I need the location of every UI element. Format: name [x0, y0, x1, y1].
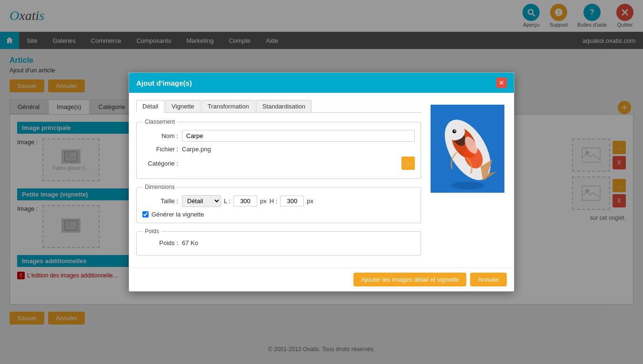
- h-input[interactable]: [280, 196, 304, 207]
- vignette-checkbox[interactable]: [142, 211, 149, 217]
- modal-image-preview: [428, 100, 507, 260]
- modal: Ajout d'image(s) ✕ Détail Vignette Trans…: [129, 72, 514, 292]
- taille-select[interactable]: Détail Vignette Custom: [182, 195, 221, 207]
- dimensions-legend: Dimensions: [142, 184, 177, 190]
- modal-tabs: Détail Vignette Transformation Standardi…: [136, 100, 421, 113]
- svg-point-22: [451, 182, 484, 189]
- modal-tab-transformation[interactable]: Transformation: [201, 100, 255, 112]
- vignette-checkbox-label: Générer la vignette: [151, 211, 204, 218]
- poids-label: Poids :: [142, 239, 178, 246]
- svg-point-21: [454, 130, 456, 132]
- fichier-row: Fichier : Carpe.png: [142, 146, 415, 153]
- modal-title: Ajout d'image(s): [136, 79, 192, 87]
- modal-tab-detail[interactable]: Détail: [136, 100, 164, 113]
- px-label-l: px: [260, 197, 267, 205]
- modal-footer: Ajouter les images détail et vignette An…: [129, 267, 514, 291]
- poids-row: Poids : 67 Ko: [142, 239, 415, 246]
- modal-tab-vignette[interactable]: Vignette: [165, 100, 200, 112]
- taille-label: Taille :: [142, 197, 178, 205]
- categorie-row: Catégorie : ...: [142, 157, 415, 170]
- l-label: L :: [224, 197, 231, 205]
- nom-input[interactable]: [182, 130, 415, 142]
- dimensions-fieldset: Dimensions Taille : Détail Vignette Cust…: [136, 184, 421, 223]
- poids-value: 67 Ko: [182, 239, 198, 246]
- modal-header: Ajout d'image(s) ✕: [129, 73, 514, 93]
- l-input[interactable]: [233, 196, 257, 207]
- modal-tab-standardisation[interactable]: Standardisation: [256, 100, 311, 112]
- fichier-label: Fichier :: [142, 146, 178, 153]
- h-label: H :: [270, 197, 278, 205]
- vignette-checkbox-row: Générer la vignette: [142, 211, 415, 218]
- nom-label: Nom :: [142, 132, 178, 139]
- modal-overlay: Ajout d'image(s) ✕ Détail Vignette Trans…: [0, 0, 643, 360]
- taille-row: Taille : Détail Vignette Custom L : px H…: [142, 195, 415, 207]
- poids-legend: Poids: [142, 228, 161, 235]
- modal-close-button[interactable]: ✕: [496, 78, 507, 88]
- poids-fieldset: Poids Poids : 67 Ko: [136, 228, 421, 256]
- px-label-h: px: [307, 197, 313, 205]
- dim-controls: Détail Vignette Custom L : px H : px: [182, 195, 313, 207]
- categorie-browse-button[interactable]: ...: [402, 157, 415, 170]
- modal-body: Détail Vignette Transformation Standardi…: [129, 93, 514, 267]
- modal-cancel-button[interactable]: Annuler: [470, 273, 507, 286]
- nom-row: Nom :: [142, 130, 415, 142]
- classement-fieldset: Classement Nom : Fichier : Carpe.png Cat…: [136, 118, 421, 179]
- modal-form: Détail Vignette Transformation Standardi…: [136, 100, 421, 260]
- classement-legend: Classement: [142, 118, 177, 125]
- add-images-button[interactable]: Ajouter les images détail et vignette: [353, 273, 466, 286]
- fichier-value: Carpe.png: [182, 146, 211, 153]
- koi-image: [431, 105, 504, 193]
- categorie-label: Catégorie :: [142, 160, 178, 167]
